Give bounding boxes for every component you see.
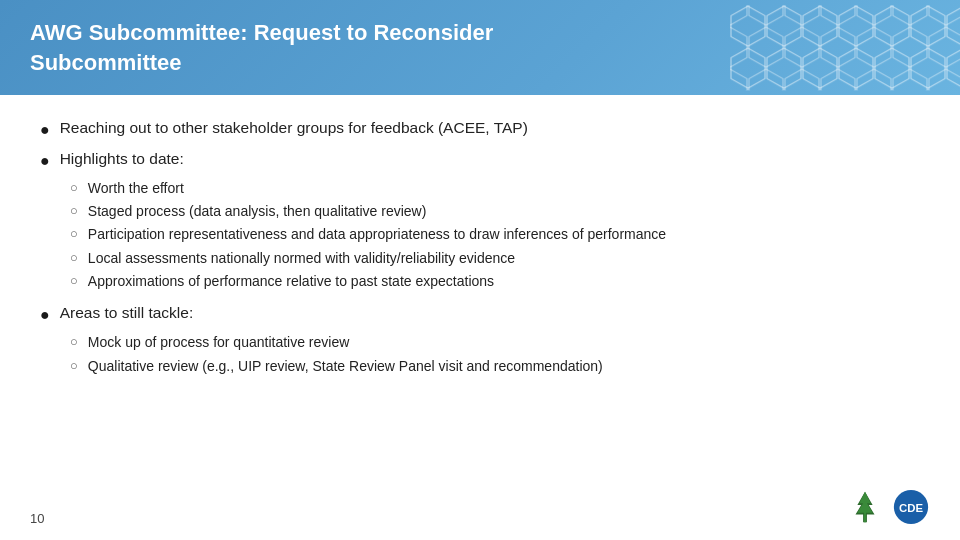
slide: AWG Subcommittee: Request to Reconsider … — [0, 0, 960, 540]
areas-bullet-list: ● Areas to still tackle: — [40, 302, 920, 332]
sub-item-4: ○ Local assessments nationally normed wi… — [70, 248, 920, 268]
bullet-item-1: ● Reaching out to other stakeholder grou… — [40, 117, 920, 141]
sub-icon-4: ○ — [70, 249, 78, 268]
sub-text-2: Staged process (data analysis, then qual… — [88, 201, 920, 221]
bullet-item-2: ● Highlights to date: — [40, 148, 920, 172]
sub-text-5: Approximations of performance relative t… — [88, 271, 920, 291]
slide-content: ● Reaching out to other stakeholder grou… — [0, 95, 960, 480]
svg-text:CDE: CDE — [899, 502, 923, 514]
sub-text-1: Worth the effort — [88, 178, 920, 198]
cde-logo: CDE — [892, 488, 930, 526]
areas-sub-item-2: ○ Qualitative review (e.g., UIP review, … — [70, 356, 920, 376]
svg-marker-5 — [857, 492, 872, 522]
header-pattern — [730, 0, 960, 95]
page-number: 10 — [30, 511, 44, 526]
bullet-text-areas: Areas to still tackle: — [60, 302, 194, 324]
bullet-icon-areas: ● — [40, 303, 50, 326]
title-line1: AWG Subcommittee: Request to Reconsider — [30, 20, 493, 45]
areas-sub-text-2: Qualitative review (e.g., UIP review, St… — [88, 356, 920, 376]
title-line2: Subcommittee — [30, 50, 182, 75]
main-bullet-list: ● Reaching out to other stakeholder grou… — [40, 117, 920, 177]
slide-title: AWG Subcommittee: Request to Reconsider … — [30, 18, 493, 77]
slide-header: AWG Subcommittee: Request to Reconsider … — [0, 0, 960, 95]
sub-text-3: Participation representativeness and dat… — [88, 224, 920, 244]
bullet-item-areas: ● Areas to still tackle: — [40, 302, 920, 326]
areas-sub-item-1: ○ Mock up of process for quantitative re… — [70, 332, 920, 352]
highlights-sub-list: ○ Worth the effort ○ Staged process (dat… — [70, 178, 920, 294]
sub-item-3: ○ Participation representativeness and d… — [70, 224, 920, 244]
areas-sub-icon-2: ○ — [70, 357, 78, 376]
sub-icon-2: ○ — [70, 202, 78, 221]
bullet-text-2: Highlights to date: — [60, 148, 184, 170]
sub-item-2: ○ Staged process (data analysis, then qu… — [70, 201, 920, 221]
areas-sub-list: ○ Mock up of process for quantitative re… — [70, 332, 920, 379]
bullet-icon-1: ● — [40, 118, 50, 141]
sub-text-4: Local assessments nationally normed with… — [88, 248, 920, 268]
sub-icon-5: ○ — [70, 272, 78, 291]
colorado-logo — [846, 488, 884, 526]
sub-item-1: ○ Worth the effort — [70, 178, 920, 198]
bullet-text-1: Reaching out to other stakeholder groups… — [60, 117, 528, 139]
areas-sub-text-1: Mock up of process for quantitative revi… — [88, 332, 920, 352]
sub-icon-3: ○ — [70, 225, 78, 244]
areas-sub-icon-1: ○ — [70, 333, 78, 352]
bullet-icon-2: ● — [40, 149, 50, 172]
logo-area: CDE — [846, 488, 930, 526]
slide-footer: 10 CDE — [0, 480, 960, 540]
sub-icon-1: ○ — [70, 179, 78, 198]
sub-item-5: ○ Approximations of performance relative… — [70, 271, 920, 291]
svg-rect-3 — [730, 5, 960, 90]
